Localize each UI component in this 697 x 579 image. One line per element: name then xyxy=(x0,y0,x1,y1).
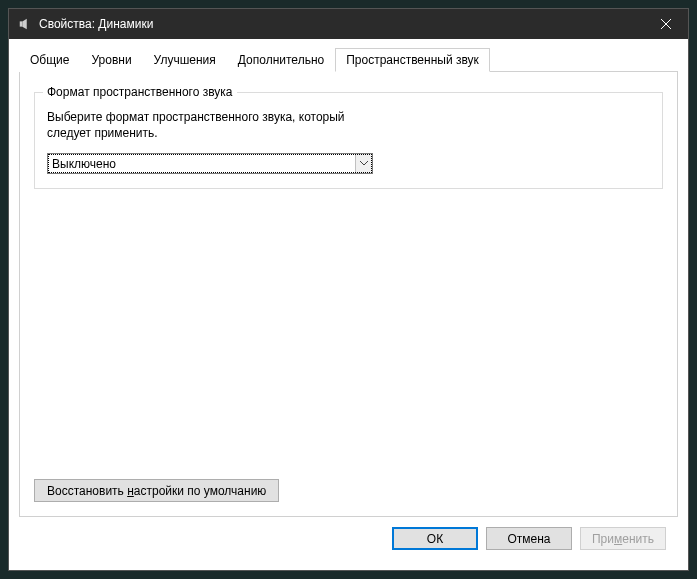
close-button[interactable] xyxy=(643,9,688,39)
cancel-button[interactable]: Отмена xyxy=(486,527,572,550)
window-title: Свойства: Динамики xyxy=(39,17,643,31)
tab-body: Формат пространственного звука Выберите … xyxy=(19,71,678,517)
spatial-format-dropdown[interactable]: Выключено xyxy=(47,153,373,174)
tab-spatial-sound[interactable]: Пространственный звук xyxy=(335,48,490,72)
properties-dialog: Свойства: Динамики Общие Уровни Улучшени… xyxy=(8,8,689,571)
dropdown-selected-value: Выключено xyxy=(48,157,355,171)
dropdown-button[interactable] xyxy=(355,154,372,173)
apply-button: Применить xyxy=(580,527,666,550)
dialog-footer: ОК Отмена Применить xyxy=(19,517,678,560)
ok-button[interactable]: ОК xyxy=(392,527,478,550)
svg-marker-1 xyxy=(22,19,26,30)
chevron-down-icon xyxy=(360,161,368,166)
tab-advanced[interactable]: Дополнительно xyxy=(227,48,335,72)
svg-rect-0 xyxy=(20,21,23,26)
speaker-icon xyxy=(17,16,33,32)
group-description: Выберите формат пространственного звука,… xyxy=(47,109,367,141)
spacer xyxy=(34,189,663,479)
tab-general[interactable]: Общие xyxy=(19,48,80,72)
spatial-format-group: Формат пространственного звука Выберите … xyxy=(34,92,663,189)
tab-levels[interactable]: Уровни xyxy=(80,48,142,72)
tab-enhancements[interactable]: Улучшения xyxy=(143,48,227,72)
group-title: Формат пространственного звука xyxy=(43,85,237,99)
tabstrip: Общие Уровни Улучшения Дополнительно Про… xyxy=(19,47,678,72)
close-icon xyxy=(661,19,671,29)
titlebar: Свойства: Динамики xyxy=(9,9,688,39)
dialog-content: Общие Уровни Улучшения Дополнительно Про… xyxy=(9,39,688,570)
restore-defaults-button[interactable]: Восстановить настройки по умолчанию xyxy=(34,479,279,502)
